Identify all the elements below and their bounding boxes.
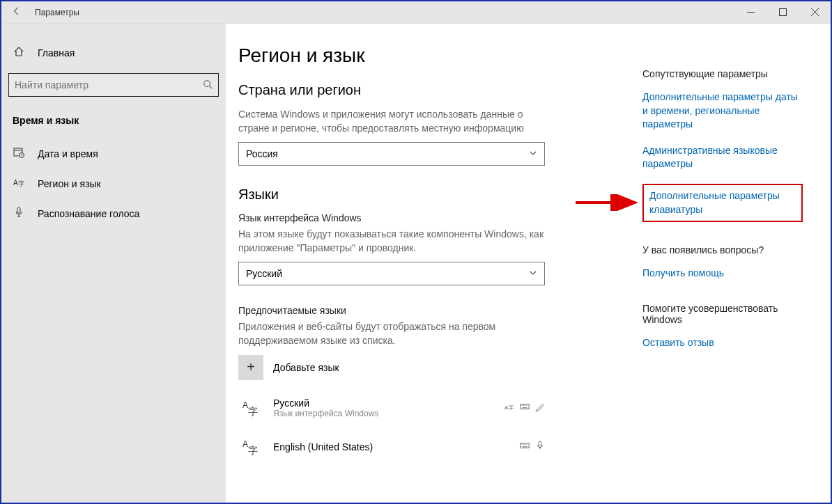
right-panel: Сопутствующие параметры Дополнительные п…	[642, 45, 817, 503]
display-lang-selected: Русский	[246, 268, 282, 279]
related-link-admin-lang[interactable]: Административные языковые параметры	[642, 144, 803, 171]
display-lang-badge-icon: A字	[504, 402, 514, 414]
preferred-lang-label: Предпочитаемые языки	[238, 305, 622, 316]
preferred-lang-desc: Приложения и веб-сайты будут отображатьс…	[238, 320, 545, 347]
back-button[interactable]	[11, 6, 22, 18]
search-icon	[203, 79, 213, 91]
region-dropdown[interactable]: Россия	[238, 142, 545, 166]
language-options-icons	[520, 441, 545, 452]
language-sub: Язык интерфейса Windows	[273, 409, 378, 418]
language-item[interactable]: A字 English (United States)	[238, 430, 545, 469]
plus-icon: +	[238, 355, 263, 380]
chevron-down-icon	[529, 268, 537, 279]
language-name: English (United States)	[273, 441, 373, 452]
sidebar-item-date-time[interactable]: Дата и время	[8, 139, 219, 168]
display-lang-label: Язык интерфейса Windows	[238, 212, 622, 223]
language-options-icons: A字	[504, 402, 545, 414]
get-help-link[interactable]: Получить помощь	[642, 267, 803, 281]
svg-rect-15	[539, 441, 541, 446]
page-title: Регион и язык	[238, 45, 622, 67]
maximize-button[interactable]	[766, 1, 799, 24]
display-lang-dropdown[interactable]: Русский	[238, 262, 545, 285]
search-input-container[interactable]	[8, 73, 219, 97]
sidebar-item-label: Распознавание голоса	[38, 208, 139, 219]
region-heading: Страна или регион	[238, 82, 622, 98]
handwriting-badge-icon	[535, 402, 545, 414]
svg-text:A: A	[504, 404, 509, 411]
related-heading: Сопутствующие параметры	[642, 68, 817, 79]
svg-rect-11	[521, 404, 529, 409]
chevron-down-icon	[529, 148, 537, 159]
home-label: Главная	[38, 47, 75, 58]
home-icon	[13, 46, 25, 59]
svg-text:字: 字	[509, 405, 514, 410]
svg-text:A: A	[242, 439, 248, 449]
minimize-button[interactable]	[734, 1, 766, 24]
language-item[interactable]: A字 Русский Язык интерфейса Windows A字	[238, 391, 545, 430]
svg-text:字: 字	[18, 180, 24, 187]
related-link-datetime[interactable]: Дополнительные параметры даты и времени,…	[642, 90, 803, 132]
search-input[interactable]	[15, 79, 203, 90]
svg-rect-0	[779, 9, 786, 16]
language-icon: A字	[13, 177, 25, 190]
svg-text:A: A	[13, 179, 18, 187]
language-glyph-icon: A字	[238, 395, 263, 420]
close-button[interactable]	[799, 1, 831, 24]
window-title: Параметры	[35, 8, 79, 17]
svg-text:A: A	[242, 400, 248, 410]
language-glyph-icon: A字	[238, 434, 263, 459]
region-selected: Россия	[246, 148, 278, 159]
category-title: Время и язык	[8, 111, 219, 139]
feedback-link[interactable]: Оставить отзыв	[642, 336, 803, 350]
home-nav[interactable]: Главная	[8, 40, 219, 65]
main-content: Регион и язык Страна или регион Система …	[238, 45, 622, 503]
improve-heading: Помогите усовершенствовать Windows	[642, 303, 817, 325]
sidebar-item-region-language[interactable]: A字 Регион и язык	[8, 168, 219, 198]
add-language-label: Добавьте язык	[273, 362, 339, 373]
svg-text:字: 字	[248, 406, 258, 417]
keyboard-badge-icon	[520, 402, 530, 414]
svg-point-1	[204, 80, 210, 86]
speech-badge-icon	[535, 441, 545, 452]
svg-rect-6	[17, 207, 20, 213]
sidebar-item-label: Дата и время	[38, 148, 98, 159]
region-desc: Система Windows и приложения могут испол…	[238, 108, 545, 135]
calendar-clock-icon	[13, 147, 25, 160]
svg-rect-14	[521, 443, 529, 448]
questions-heading: У вас появились вопросы?	[642, 244, 817, 255]
sidebar: Главная Время и язык Дата и время A字	[1, 24, 226, 503]
display-lang-desc: На этом языке будут показываться такие к…	[238, 228, 545, 255]
languages-heading: Языки	[238, 187, 622, 203]
microphone-icon	[13, 207, 25, 220]
svg-text:字: 字	[248, 445, 258, 456]
language-name: Русский	[273, 397, 378, 409]
titlebar: Параметры	[1, 1, 831, 24]
sidebar-item-label: Регион и язык	[38, 178, 101, 189]
related-link-keyboard[interactable]: Дополнительные параметры клавиатуры	[642, 184, 803, 222]
add-language-button[interactable]: + Добавьте язык	[238, 355, 622, 380]
keyboard-badge-icon	[520, 441, 530, 452]
sidebar-item-speech[interactable]: Распознавание голоса	[8, 198, 219, 228]
